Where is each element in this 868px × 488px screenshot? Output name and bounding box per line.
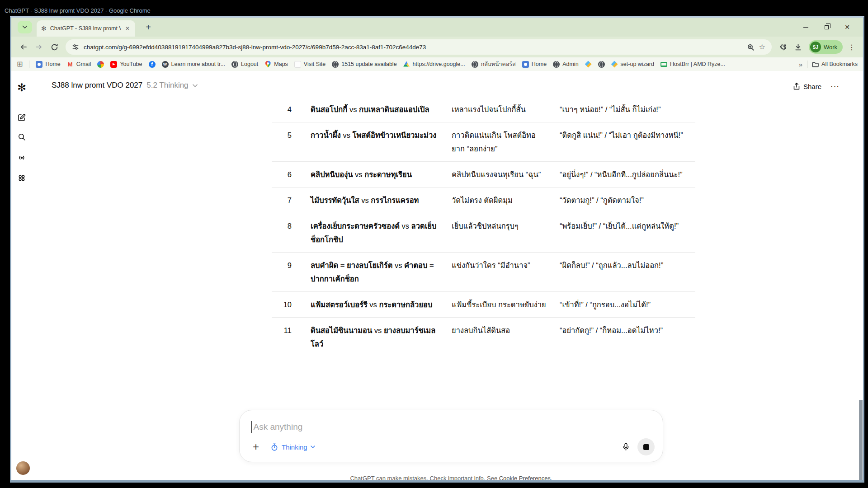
row-number: 8 (272, 219, 293, 246)
reload-button[interactable] (47, 39, 62, 55)
row-matchup: ดินสอไม้ซินนามอน vs ยางลบมาร์ช​เมลโลว์ (293, 324, 446, 351)
gpts-button[interactable] (15, 171, 28, 185)
tab-close-icon[interactable]: ✕ (124, 25, 131, 32)
bookmark-item[interactable]: Maps (264, 61, 288, 68)
row-number: 4 (272, 103, 293, 116)
row-description: เหลาแรงไปจนโปกกี้สั้น (446, 103, 560, 116)
new-chat-button[interactable] (15, 111, 28, 124)
table-row: 6 คลิปหนีบองุ่น vs กระดาษทุเรียน คลิปหนี… (272, 162, 695, 188)
bookmark-item[interactable]: Logout (231, 61, 258, 68)
row-matchup: ลบคำผิด = ยางลบโยเกิร์ต vs คำ​ตอบ = ปากก… (293, 258, 446, 286)
bookmark-item[interactable]: https://drive.google... (403, 61, 465, 68)
scrollbar-thumb[interactable] (859, 400, 863, 480)
bookmark-item[interactable] (598, 61, 605, 68)
bookmark-item[interactable] (97, 61, 104, 68)
row-matchup: เครื่องเย็บกระดาษครัวซองต์ vs ลวด​เย็บช็… (293, 219, 446, 246)
text-caret (251, 421, 252, 433)
bookmark-star-icon[interactable]: ☆ (759, 43, 765, 51)
row-description: ยางลบกินไส้ดินสอ (446, 324, 560, 351)
minimize-button[interactable] (795, 18, 816, 37)
zoom-icon[interactable] (747, 43, 755, 51)
user-avatar[interactable] (16, 461, 30, 475)
chatgpt-sidebar: ✻ (11, 71, 35, 480)
chatgpt-favicon-icon: ✻ (41, 25, 47, 32)
table-row: 11 ดินสอไม้ซินนามอน vs ยางลบมาร์ช​เมลโลว… (272, 318, 695, 357)
blank-icon (294, 61, 301, 68)
bookmark-item[interactable] (585, 61, 592, 68)
thinking-mode-button[interactable]: Thinking (270, 443, 315, 451)
downloads-button[interactable] (791, 39, 806, 55)
chevron-down-icon (22, 25, 28, 29)
profile-button[interactable]: SJ Work (809, 40, 843, 54)
composer[interactable]: Ask anything + Thinking (239, 410, 663, 462)
search-chats-button[interactable] (15, 130, 28, 144)
bookmark-label: HostBrr | AMD Ryze... (670, 61, 725, 67)
browser-menu-button[interactable]: ⋮ (845, 43, 859, 52)
compose-icon (17, 113, 26, 122)
chat-header: SJ88 lnw promt VDO 2027 5.2 Thinking (52, 81, 198, 90)
browser-toolbar: chatgpt.com/g/g-6992efdd4038819191740499… (11, 37, 863, 57)
dictate-button[interactable] (618, 439, 634, 455)
bookmark-label: Admin (562, 61, 578, 67)
bookmark-item[interactable]: 1515 update available (332, 61, 396, 68)
stop-button[interactable] (637, 438, 655, 455)
facebook-icon (149, 61, 156, 68)
bookmark-item[interactable]: Visit Site (294, 61, 326, 68)
cookie-preferences-link[interactable]: Cookie Preferences (499, 475, 551, 480)
browser-tab[interactable]: ✻ ChatGPT - SJ88 lnw promt VDO ✕ (37, 20, 135, 37)
bookmark-item[interactable]: Learn more about tr... (162, 61, 226, 68)
diamond-icon (585, 61, 592, 68)
footer-disclaimer: ChatGPT can make mistakes. Check importa… (239, 475, 663, 480)
bookmark-item[interactable]: Admin (553, 61, 578, 68)
all-bookmarks-button[interactable]: All Bookmarks (812, 61, 858, 67)
folder-icon (812, 61, 819, 67)
photos-icon (97, 61, 104, 68)
voice-library-button[interactable] (15, 151, 28, 164)
conversation-menu-button[interactable]: ··· (830, 82, 840, 91)
row-quote: “พร้อมเย็บ!” / “เย็บได้...แต่กูหล่นให้ดู… (560, 219, 695, 246)
home-blue-icon (522, 61, 529, 68)
message-input[interactable]: Ask anything (251, 421, 302, 433)
row-quote: “ติดกูสิ แน่น!” / “ไม่เอา กูต้องมีทางหนี… (560, 128, 695, 155)
forward-button[interactable] (31, 39, 47, 55)
bookmark-item[interactable]: Home (36, 61, 60, 68)
browser-window: ✻ ChatGPT - SJ88 lnw promt VDO ✕ + ✕ cha… (10, 16, 864, 483)
row-quote: “เข้าที่!” / “กูกรอบ...งอไม่ได้!” (560, 298, 695, 311)
model-label[interactable]: 5.2 Thinking (146, 81, 188, 90)
new-tab-button[interactable]: + (142, 21, 154, 33)
bookmark-item[interactable]: HostBrr | AMD Ryze... (660, 61, 725, 67)
minimize-icon (803, 27, 808, 28)
row-matchup: แฟ้มสตรอว์เบอร์รี vs กระดาษกล้วย​อบ (293, 298, 446, 311)
bookmarks-overflow-button[interactable]: » (799, 61, 802, 68)
chevron-down-icon (311, 446, 315, 448)
bookmark-item[interactable]: Home (522, 61, 547, 68)
bookmark-item[interactable]: Gmail (67, 61, 91, 68)
row-quote: “เบาๆ หน่อย!” / “ไม่สั้น ก็ไม่เก่ง!” (560, 103, 695, 116)
bookmark-label: YouTube (120, 61, 142, 67)
back-button[interactable] (16, 39, 31, 55)
bookmark-item[interactable] (149, 61, 156, 68)
url-bar[interactable]: chatgpt.com/g/g-6992efdd4038819191740499… (66, 39, 772, 55)
restore-button[interactable] (816, 18, 837, 37)
download-icon (794, 43, 802, 51)
bookmark-label: 1515 update available (341, 61, 396, 67)
bookmark-item[interactable]: YouTube (110, 61, 142, 68)
attach-button[interactable]: + (248, 439, 264, 455)
chat-title[interactable]: SJ88 lnw promt VDO 2027 (52, 81, 142, 90)
bookmark-label: Logout (241, 61, 258, 67)
close-button[interactable]: ✕ (837, 18, 858, 37)
tab-title: ChatGPT - SJ88 lnw promt VDO (50, 25, 121, 32)
bookmark-item[interactable]: กลับหน้าคอร์ส (472, 60, 516, 69)
bookmark-item[interactable]: set-up wizard (611, 61, 654, 68)
chatgpt-logo-icon[interactable]: ✻ (15, 81, 28, 94)
table-row: 8 เครื่องเย็บกระดาษครัวซองต์ vs ลวด​เย็บ… (272, 213, 695, 253)
extensions-button[interactable] (775, 39, 791, 55)
tab-search-button[interactable] (18, 21, 32, 33)
share-button[interactable]: Share (793, 82, 821, 90)
home-blue-icon (36, 61, 42, 68)
globe-dark-icon (472, 61, 478, 68)
maps-icon (264, 61, 271, 68)
bookmark-label: https://drive.google... (413, 61, 465, 67)
row-quote: “อย่ากัดกู!” / “ก็หอม...อดไม่ไหว!” (560, 324, 695, 351)
apps-grid-icon[interactable]: ⊞ (17, 61, 23, 68)
